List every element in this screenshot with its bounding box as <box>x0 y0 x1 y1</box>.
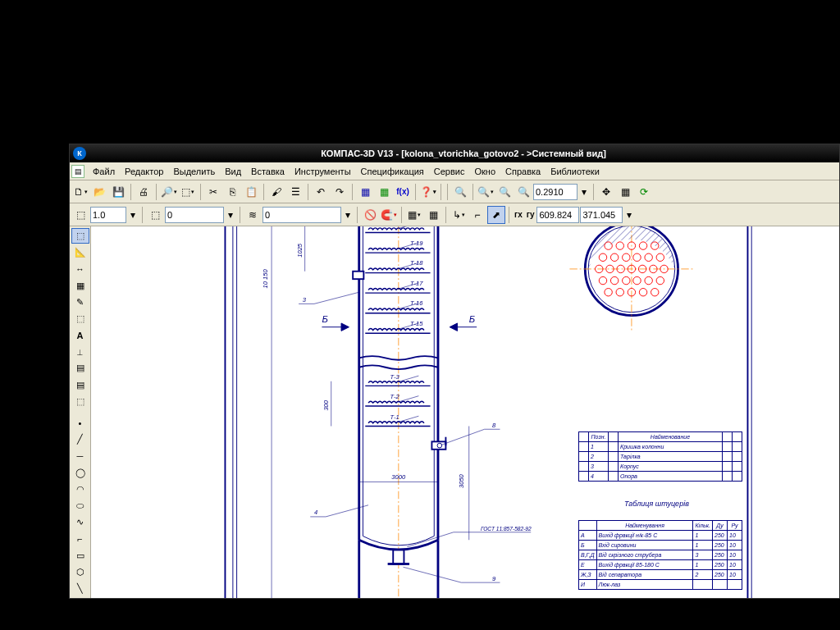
preview-button[interactable]: 🔎▾ <box>160 183 178 201</box>
zoom-fit-button[interactable]: 🔍▾ <box>477 183 495 201</box>
tool-aux[interactable]: ╱ <box>71 431 89 447</box>
svg-text:3: 3 <box>303 296 307 304</box>
tool-contour[interactable]: ⬡ <box>71 564 89 580</box>
tool-segment[interactable]: ─ <box>71 448 89 463</box>
save-button[interactable]: 💾 <box>109 183 127 201</box>
coord-y-input[interactable] <box>580 207 623 223</box>
nozzle-table-title: Таблиця штуцерів <box>624 500 689 508</box>
svg-text:Т-20: Т-20 <box>410 226 423 228</box>
svg-rect-10 <box>393 550 404 564</box>
drawing-canvas[interactable]: Т-20 Т-19 Т-18 Т-17 Т-16 Т-15 Т-3 Т-2 Т-… <box>91 226 839 598</box>
svg-line-51 <box>407 532 454 547</box>
svg-line-49 <box>442 429 485 445</box>
tool-palette: ⬚ 📐 ↔ ▦ ✎ ⬚ A ⟂ ▤ ▤ ⬚ • ╱ ─ ◯ ◠ ⬭ ∿ ⌐ ▭ … <box>70 226 91 598</box>
menu-view[interactable]: Вид <box>220 165 246 178</box>
grid-button[interactable]: ▦▾ <box>405 206 423 224</box>
tool-chamfer[interactable]: ⌐ <box>71 531 89 546</box>
tool-param[interactable]: ⬚ <box>71 311 89 326</box>
state-input[interactable] <box>165 207 224 223</box>
document-icon[interactable]: ▤ <box>71 165 84 178</box>
step-input[interactable] <box>90 207 126 223</box>
tool-arc[interactable]: ◠ <box>71 482 89 497</box>
refresh-button[interactable]: ⟳ <box>635 183 653 201</box>
layer-button[interactable]: ≋ <box>244 206 262 224</box>
menu-editor[interactable]: Редактор <box>120 165 168 178</box>
pan-button[interactable]: ✥ <box>597 183 615 201</box>
menubar: ▤ Файл Редактор Выделить Вид Вставка Инс… <box>70 162 839 180</box>
svg-point-69 <box>645 253 652 261</box>
tool-point[interactable]: • <box>71 415 89 431</box>
menu-service[interactable]: Сервис <box>429 165 470 178</box>
brush-button[interactable]: 🖌 <box>267 183 285 201</box>
svg-point-85 <box>616 289 623 296</box>
open-button[interactable]: 📂 <box>90 183 108 201</box>
svg-point-84 <box>605 289 612 296</box>
zoom-plus-button[interactable]: 🔍 <box>495 183 514 201</box>
copy-button[interactable]: ⎘ <box>223 183 241 201</box>
menu-file[interactable]: Файл <box>88 165 120 178</box>
coord-x-input[interactable] <box>536 207 579 223</box>
menu-help[interactable]: Справка <box>500 165 546 178</box>
tool-line[interactable]: 📐 <box>71 244 89 260</box>
tool-spec[interactable]: ▤ <box>71 360 89 376</box>
round-button[interactable]: ⬈ <box>487 206 505 224</box>
fx-button[interactable]: f(x) <box>394 183 412 201</box>
tool-dim[interactable]: ↔ <box>71 261 89 276</box>
svg-text:Т-18: Т-18 <box>410 259 423 267</box>
window-title: КОМПАС-3D V13 - [kolona_vtorichka_gotovo… <box>91 148 836 158</box>
layer-input[interactable] <box>262 207 341 223</box>
tool-circle[interactable]: ◯ <box>71 465 89 481</box>
menu-window[interactable]: Окно <box>469 165 500 178</box>
properties-button[interactable]: ⬚▾ <box>179 183 197 201</box>
cut-button[interactable]: ✂ <box>204 183 222 201</box>
tool-spline[interactable]: ∿ <box>71 514 89 530</box>
magnet-button[interactable]: 🧲▾ <box>380 206 398 224</box>
tool-report[interactable]: ▤ <box>71 377 89 393</box>
app-window: К КОМПАС-3D V13 - [kolona_vtorichka_goto… <box>69 144 840 599</box>
tool-text[interactable]: A <box>71 327 89 343</box>
manager-button[interactable]: ▦ <box>356 183 374 201</box>
menu-select[interactable]: Выделить <box>168 165 220 178</box>
zoom-minus-button[interactable]: 🔍 <box>514 183 532 201</box>
layer-dd[interactable]: ▾ <box>342 206 354 224</box>
tool-select[interactable]: ⬚ <box>71 228 89 244</box>
menu-tools[interactable]: Инструменты <box>290 165 356 178</box>
print-button[interactable]: 🖨 <box>135 183 153 201</box>
step-dd[interactable]: ▾ <box>127 206 139 224</box>
zoom-in-button[interactable]: 🔍 <box>451 183 469 201</box>
svg-text:1025: 1025 <box>296 243 304 258</box>
undo-button[interactable]: ↶ <box>312 183 330 201</box>
tool-ellipse[interactable]: ⬭ <box>71 498 89 514</box>
paste-button[interactable]: 📋 <box>242 183 260 201</box>
tool-measure[interactable]: ⟂ <box>71 344 89 359</box>
state-dd[interactable]: ▾ <box>225 206 236 224</box>
svg-marker-37 <box>341 323 349 331</box>
tool-rect[interactable]: ▭ <box>71 547 89 563</box>
snap-button[interactable]: ⬚ <box>71 206 89 224</box>
tool-edit[interactable]: ✎ <box>71 294 89 310</box>
ortho-button[interactable]: ⌐ <box>468 206 486 224</box>
toolbar-main: 🗋▾ 📂 💾 🖨 🔎▾ ⬚▾ ✂ ⎘ 📋 🖌 ☰ ↶ ↷ ▦ ▦ f(x) ❓▾… <box>70 180 839 203</box>
menu-insert[interactable]: Вставка <box>246 165 290 178</box>
rebuild-button[interactable]: ▦ <box>616 183 634 201</box>
variables-button[interactable]: ▦ <box>375 183 393 201</box>
new-button[interactable]: 🗋▾ <box>71 183 89 201</box>
state-button[interactable]: ⬚ <box>146 206 164 224</box>
zoom-dd[interactable]: ▾ <box>578 183 590 201</box>
props2-button[interactable]: ☰ <box>286 183 304 201</box>
menu-libraries[interactable]: Библиотеки <box>546 165 605 178</box>
redo-button[interactable]: ↷ <box>331 183 349 201</box>
svg-line-45 <box>314 292 359 304</box>
tool-insert[interactable]: ⬚ <box>71 394 89 409</box>
tool-hatch[interactable]: ▦ <box>71 278 89 294</box>
stop-button[interactable]: 🚫 <box>361 206 379 224</box>
svg-text:300: 300 <box>322 399 330 410</box>
menu-spec[interactable]: Спецификация <box>356 165 429 178</box>
coord-dd[interactable]: ▾ <box>623 206 635 224</box>
grid2-button[interactable]: ▦ <box>424 206 442 224</box>
ucs-button[interactable]: ↳▾ <box>450 206 468 224</box>
zoom-input[interactable] <box>533 184 578 200</box>
tool-equid[interactable]: ╲ <box>71 581 89 596</box>
help-button[interactable]: ❓▾ <box>419 183 437 201</box>
svg-text:Т-15: Т-15 <box>410 320 423 327</box>
